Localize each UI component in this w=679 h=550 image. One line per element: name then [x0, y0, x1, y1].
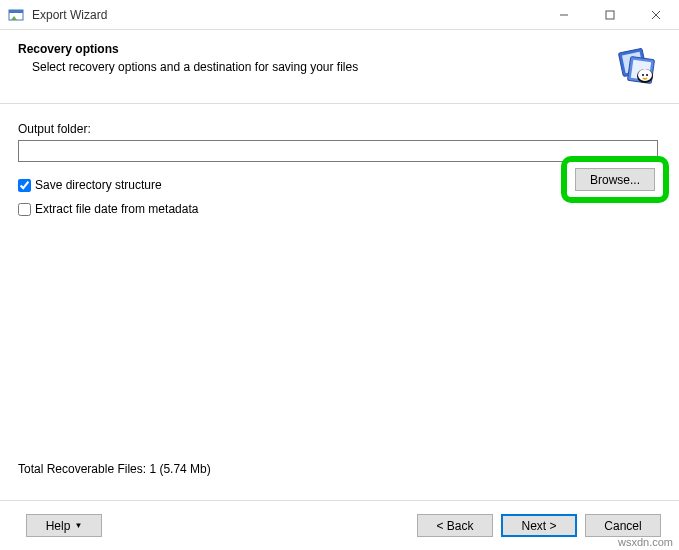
page-subtitle: Select recovery options and a destinatio… — [32, 60, 358, 74]
output-folder-input[interactable] — [18, 140, 658, 162]
page-title: Recovery options — [18, 42, 358, 56]
browse-button[interactable]: Browse... — [575, 168, 655, 191]
maximize-button[interactable] — [587, 0, 633, 30]
title-bar: Export Wizard — [0, 0, 679, 30]
window-controls — [541, 0, 679, 30]
chevron-down-icon: ▼ — [74, 521, 82, 530]
svg-rect-1 — [9, 10, 23, 13]
wizard-icon — [613, 42, 657, 89]
close-button[interactable] — [633, 0, 679, 30]
help-label: Help — [46, 519, 71, 533]
extract-date-checkbox[interactable] — [18, 203, 31, 216]
output-folder-label: Output folder: — [18, 122, 661, 136]
wizard-footer: Help ▼ < Back Next > Cancel — [0, 500, 679, 550]
wizard-header: Recovery options Select recovery options… — [0, 30, 679, 104]
cancel-button[interactable]: Cancel — [585, 514, 661, 537]
help-button[interactable]: Help ▼ — [26, 514, 102, 537]
minimize-button[interactable] — [541, 0, 587, 30]
next-button[interactable]: Next > — [501, 514, 577, 537]
save-directory-checkbox[interactable] — [18, 179, 31, 192]
app-icon — [8, 7, 24, 23]
svg-rect-3 — [606, 11, 614, 19]
watermark: wsxdn.com — [618, 536, 673, 548]
svg-point-12 — [642, 74, 644, 76]
status-text: Total Recoverable Files: 1 (5.74 Mb) — [18, 462, 211, 476]
extract-date-label: Extract file date from metadata — [35, 202, 198, 216]
browse-highlight: Browse... — [561, 156, 669, 203]
window-title: Export Wizard — [32, 8, 107, 22]
back-button[interactable]: < Back — [417, 514, 493, 537]
save-directory-label: Save directory structure — [35, 178, 162, 192]
wizard-content: Output folder: Save directory structure … — [0, 104, 679, 494]
svg-point-13 — [646, 74, 648, 76]
